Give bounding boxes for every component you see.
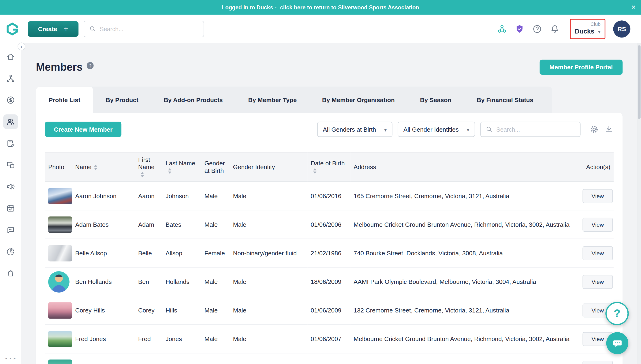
sidebar-item-forms[interactable] — [3, 136, 18, 151]
view-button[interactable]: View — [582, 189, 613, 203]
sort-icon[interactable] — [313, 168, 317, 174]
notifications-icon[interactable] — [550, 24, 560, 34]
member-photo — [48, 331, 72, 347]
network-icon[interactable] — [497, 24, 507, 34]
column-header[interactable]: Last Name — [162, 152, 201, 182]
column-header[interactable]: Name — [72, 152, 135, 182]
page-title: Members — [36, 60, 83, 74]
members-search[interactable] — [480, 122, 580, 137]
sidebar-item-events[interactable] — [3, 201, 18, 216]
view-button[interactable]: View — [582, 275, 613, 288]
chat-icon — [6, 226, 15, 234]
member-address-cell: 740 Bourke Street, Docklands, Victoria, … — [350, 239, 579, 267]
column-header[interactable]: Action(s) — [580, 152, 614, 182]
sidebar-pager — [0, 355, 21, 361]
view-button[interactable]: View — [582, 360, 613, 364]
gender-identity-filter[interactable]: All Gender Identities — [398, 122, 475, 137]
shield-icon[interactable] — [515, 24, 524, 34]
chat-fab[interactable] — [606, 332, 628, 354]
club-selector-label: Club — [575, 21, 600, 27]
members-search-input[interactable] — [496, 126, 575, 132]
member-dob-cell: 01/06/2016 — [308, 182, 350, 210]
member-view-tab[interactable]: Profile List — [36, 87, 93, 113]
help-fab[interactable]: ? — [606, 302, 628, 325]
global-search-input[interactable] — [100, 26, 199, 32]
pager-prev-icon[interactable] — [5, 356, 7, 360]
column-header-label: Gender at Birth — [204, 160, 225, 174]
column-header[interactable]: Date of Birth — [308, 152, 350, 182]
sort-icon[interactable] — [168, 168, 172, 174]
member-gender-at-birth-cell: Male — [201, 296, 230, 325]
member-dob-cell: 21/02/1986 — [308, 239, 350, 267]
create-new-member-button[interactable]: Create New Member — [45, 122, 122, 137]
member-row: Gabby Sanders Gabby Sanders Male Male 01… — [45, 353, 614, 364]
header-right-group: Club Ducks RS — [497, 18, 630, 39]
column-header[interactable]: First Name — [135, 152, 162, 182]
view-button[interactable]: View — [582, 246, 613, 260]
form-pencil-icon — [6, 139, 15, 148]
main-content: Members ? Member Profile Portal Profile … — [21, 43, 641, 364]
create-button[interactable]: Create + — [28, 21, 78, 36]
member-gender-at-birth-cell: Male — [201, 210, 230, 239]
settings-gear-icon[interactable] — [590, 124, 599, 134]
column-header[interactable]: Gender at Birth — [201, 152, 230, 182]
member-profile-portal-button[interactable]: Member Profile Portal — [540, 60, 622, 75]
scrollbar[interactable] — [637, 43, 641, 364]
pie-chart-icon — [6, 247, 15, 256]
member-name-cell: Fred Jones — [72, 325, 135, 353]
sidebar-item-promotions[interactable] — [3, 180, 18, 194]
hierarchy-icon — [6, 74, 15, 83]
page-help-icon[interactable]: ? — [87, 62, 94, 69]
gameday-logo[interactable] — [6, 22, 19, 36]
member-view-tab[interactable]: By Product — [93, 87, 151, 113]
sort-icon[interactable] — [94, 165, 98, 170]
member-dob-cell: 01/06/2006 — [308, 210, 350, 239]
global-search[interactable] — [84, 20, 204, 37]
column-header-label: Last Name — [166, 160, 196, 167]
member-gender-identity-cell: Non-binary/gender fluid — [230, 239, 308, 267]
member-name-cell: Belle Allsop — [72, 239, 135, 267]
sidebar-item-members[interactable] — [3, 114, 18, 129]
column-header[interactable]: Address — [350, 152, 579, 182]
member-view-tab[interactable]: By Member Type — [236, 87, 310, 113]
sidebar-item-messages[interactable] — [3, 223, 18, 238]
scrollbar-thumb[interactable] — [638, 46, 640, 119]
column-header[interactable]: Photo — [45, 152, 72, 182]
member-address-cell: AAMI Park Olympic Boulevard, Melbourne, … — [350, 268, 579, 296]
member-name-cell: Aaron Johnson — [72, 182, 135, 210]
view-button[interactable]: View — [582, 218, 613, 232]
banner-close-icon[interactable]: ✕ — [631, 0, 636, 15]
pager-next-icon[interactable] — [14, 356, 16, 360]
member-name-cell: Corey Hills — [72, 296, 135, 325]
sidebar-item-shop[interactable] — [3, 266, 18, 280]
member-gender-identity-cell: Male — [230, 296, 308, 325]
sidebar-expand-button[interactable] — [18, 42, 25, 50]
sidebar-item-websites[interactable] — [3, 158, 18, 172]
return-to-association-link[interactable]: click here to return to Silverwood Sport… — [280, 4, 419, 10]
member-view-tab[interactable]: By Member Organisation — [310, 87, 408, 113]
sort-icon[interactable] — [140, 172, 144, 177]
member-first-name-cell: Belle — [135, 239, 162, 267]
member-gender-at-birth-cell: Male — [201, 182, 230, 210]
member-first-name-cell: Adam — [135, 210, 162, 239]
help-icon[interactable] — [532, 24, 542, 34]
gender-at-birth-filter[interactable]: All Genders at Birth — [317, 122, 392, 137]
user-avatar[interactable]: RS — [613, 20, 630, 37]
column-header[interactable]: Gender Identity — [230, 152, 308, 182]
sidebar-item-home[interactable] — [3, 50, 18, 64]
member-last-name-cell: Johnson — [162, 182, 201, 210]
member-view-tab[interactable]: By Season — [408, 87, 464, 113]
club-selector[interactable]: Club Ducks — [570, 18, 606, 39]
sidebar-item-reports[interactable] — [3, 244, 18, 259]
sidebar-item-finances[interactable] — [3, 93, 18, 108]
app-header: Create + — [0, 15, 641, 43]
tab-label: By Season — [420, 96, 452, 103]
search-icon — [486, 126, 493, 133]
sidebar-item-organisation[interactable] — [3, 71, 18, 86]
member-name-cell: Ben Hollands — [72, 268, 135, 296]
download-icon[interactable] — [604, 124, 614, 134]
member-view-tab[interactable]: By Financial Status — [464, 87, 546, 113]
member-row: Ben Hollands Ben Hollands Male Male 18/0… — [45, 268, 614, 296]
member-gender-identity-cell: Male — [230, 182, 308, 210]
member-view-tab[interactable]: By Add-on Products — [151, 87, 236, 113]
